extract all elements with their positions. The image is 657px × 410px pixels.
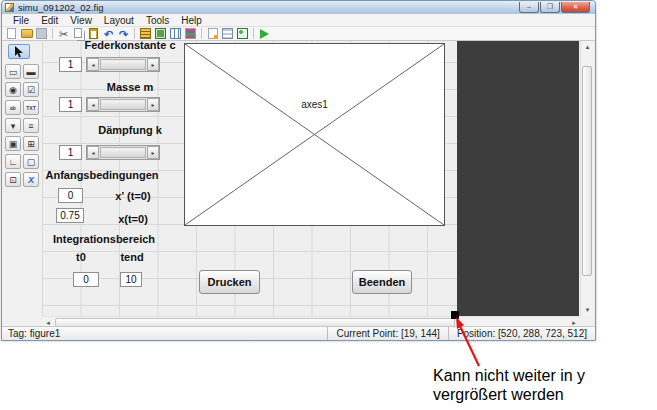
palette-table-tool[interactable]: ⊞ — [23, 136, 39, 151]
run-icon[interactable] — [258, 28, 271, 40]
activex-icon: X — [28, 175, 34, 185]
save-icon[interactable] — [35, 28, 48, 40]
menu-help[interactable]: Help — [175, 15, 208, 26]
palette-static-text-tool[interactable]: TXT — [23, 100, 39, 115]
palette-edit-text-tool[interactable]: ab — [5, 100, 21, 115]
palette-popup-menu-tool[interactable]: ▾ — [5, 118, 21, 133]
tab-order-editor-icon[interactable] — [169, 28, 182, 40]
label-tend[interactable]: tend — [116, 251, 148, 263]
menu-view[interactable]: View — [64, 15, 98, 26]
palette-radio-button-tool[interactable]: ◉ — [5, 82, 21, 97]
palette-toggle-button-tool[interactable]: ▣ — [5, 136, 21, 151]
slider-federkonstante[interactable]: ◂ ▸ — [86, 57, 160, 72]
guide-window: simu_091202_02.fig – ❒ × File Edit View … — [1, 0, 596, 341]
slider-masse[interactable]: ◂ ▸ — [86, 97, 160, 112]
slider-right-arrow-icon[interactable]: ▸ — [147, 146, 159, 159]
menu-tools[interactable]: Tools — [140, 15, 175, 26]
palette-axes-tool[interactable]: ∟ — [5, 154, 21, 169]
edit-federkonstante[interactable] — [59, 57, 82, 72]
maximize-button[interactable]: ❒ — [540, 2, 560, 13]
scroll-up-icon[interactable]: ▴ — [581, 41, 594, 53]
close-button[interactable]: × — [561, 2, 590, 13]
vertical-scrollbar[interactable]: ▴ ▾ — [580, 41, 593, 316]
button-group-icon: ⊡ — [9, 175, 17, 185]
palette-activex-tool[interactable]: X — [23, 172, 39, 187]
popup-menu-icon: ▾ — [11, 121, 16, 131]
redo-icon[interactable]: ↷ — [117, 28, 130, 40]
object-browser-icon[interactable] — [236, 28, 249, 40]
palette-panel-tool[interactable]: ▢ — [23, 154, 39, 169]
menu-editor-icon[interactable] — [154, 28, 167, 40]
window-title: simu_091202_02.fig — [18, 2, 519, 13]
toolbar-editor-icon[interactable] — [184, 28, 197, 40]
new-figure-icon[interactable] — [5, 28, 18, 40]
slider-left-arrow-icon[interactable]: ◂ — [87, 58, 99, 71]
menu-layout[interactable]: Layout — [98, 15, 140, 26]
label-daempfung[interactable]: Dämpfung k — [59, 124, 201, 136]
edit-xprime0[interactable] — [58, 188, 83, 203]
undo-icon[interactable]: ↶ — [102, 28, 115, 40]
edit-x0[interactable] — [56, 208, 84, 223]
status-current-point: Current Point: [19, 144] — [327, 327, 447, 340]
label-masse[interactable]: Masse m — [59, 81, 201, 93]
label-x0[interactable]: x(t=0) — [108, 213, 158, 225]
toolbar-separator — [134, 28, 135, 39]
mfile-editor-icon[interactable] — [206, 28, 219, 40]
label-federkonstante[interactable]: Federkonstante c — [59, 41, 201, 51]
slider-left-arrow-icon[interactable]: ◂ — [87, 146, 99, 159]
slider-thumb[interactable] — [100, 99, 146, 110]
edit-daempfung[interactable] — [59, 145, 82, 160]
radio-button-icon: ◉ — [9, 85, 17, 95]
figure-resize-handle[interactable] — [451, 311, 459, 319]
edit-t0[interactable] — [73, 272, 99, 287]
drucken-button[interactable]: Drucken — [199, 270, 260, 294]
open-icon[interactable] — [20, 28, 33, 40]
table-icon: ⊞ — [27, 139, 35, 149]
label-anfangsbedingungen[interactable]: Anfangsbedingungen — [42, 169, 162, 181]
off-figure-area — [457, 41, 579, 316]
axes-name-label: axes1 — [185, 99, 444, 110]
label-xprime0[interactable]: x' (t=0) — [108, 190, 158, 202]
slider-left-arrow-icon[interactable]: ◂ — [87, 98, 99, 111]
palette-button-group-tool[interactable]: ⊡ — [5, 172, 21, 187]
label-integrationsbereich[interactable]: Integrationsbereich — [42, 233, 166, 245]
scroll-down-icon[interactable]: ▾ — [581, 304, 594, 316]
copy-icon[interactable] — [72, 28, 85, 40]
menu-edit[interactable]: Edit — [35, 15, 64, 26]
slider-right-arrow-icon[interactable]: ▸ — [147, 98, 159, 111]
vertical-scrollbar-thumb[interactable] — [582, 66, 592, 276]
slider-daempfung[interactable]: ◂ ▸ — [86, 145, 160, 160]
minimize-button[interactable]: – — [519, 2, 539, 13]
annotation-text: Kann nicht weiter in y vergrößert werden — [433, 366, 585, 404]
screenshot-root: simu_091202_02.fig – ❒ × File Edit View … — [0, 0, 657, 410]
align-objects-icon[interactable] — [139, 28, 152, 40]
toolbar-separator — [253, 28, 254, 39]
component-palette: ▭ ▬ ◉ ☑ ab TXT ▾ ≡ ▣ ⊞ ∟ ▢ ⊡ X — [2, 41, 42, 314]
toolbar-separator — [201, 28, 202, 39]
property-inspector-icon[interactable] — [221, 28, 234, 40]
beenden-button[interactable]: Beenden — [352, 270, 412, 294]
paste-icon[interactable] — [87, 28, 100, 40]
status-bar: Tag: figure1 Current Point: [19, 144] Po… — [2, 326, 595, 340]
menu-file[interactable]: File — [7, 15, 35, 26]
palette-push-button-tool[interactable]: ▭ — [5, 64, 21, 79]
push-button-icon: ▭ — [9, 67, 18, 77]
slider-right-arrow-icon[interactable]: ▸ — [147, 58, 159, 71]
slider-thumb[interactable] — [100, 59, 146, 70]
status-tag: Tag: figure1 — [2, 328, 327, 339]
palette-listbox-tool[interactable]: ≡ — [23, 118, 39, 133]
palette-select-tool[interactable] — [8, 44, 30, 59]
check-box-icon: ☑ — [27, 85, 35, 95]
label-t0[interactable]: t0 — [66, 251, 96, 263]
cut-icon[interactable]: ✂ — [57, 28, 70, 40]
annotation-line1: Kann nicht weiter in y — [433, 366, 585, 385]
edit-tend[interactable] — [120, 272, 142, 287]
palette-slider-tool[interactable]: ▬ — [23, 64, 39, 79]
toggle-button-icon: ▣ — [9, 139, 18, 149]
axes-placeholder[interactable]: axes1 — [184, 43, 445, 226]
figure-canvas[interactable]: Federkonstante c ◂ ▸ Masse m ◂ ▸ Dämpfun… — [42, 41, 457, 316]
app-icon — [5, 3, 14, 12]
slider-thumb[interactable] — [100, 147, 146, 158]
edit-masse[interactable] — [59, 97, 82, 112]
palette-check-box-tool[interactable]: ☑ — [23, 82, 39, 97]
